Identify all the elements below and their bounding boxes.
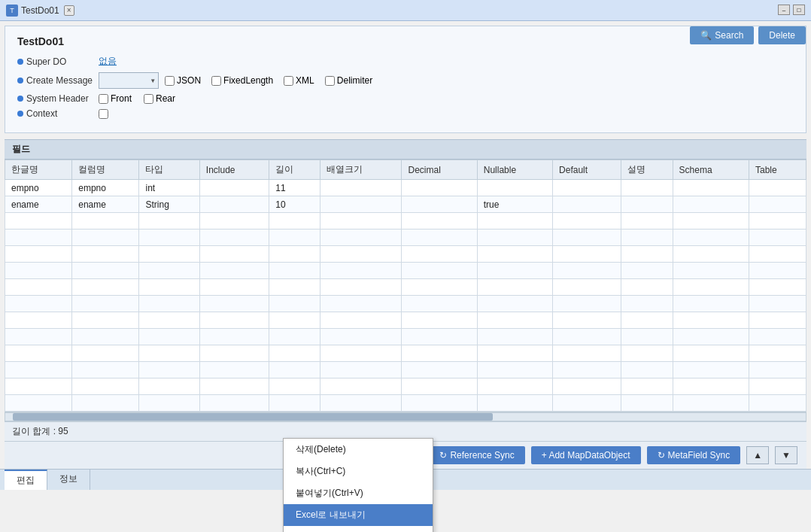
- super-do-value[interactable]: 없음: [99, 55, 117, 68]
- app-icon: T: [6, 5, 18, 17]
- delete-button[interactable]: Delete: [758, 26, 806, 44]
- table-cell[interactable]: [749, 196, 806, 213]
- create-message-label: Create Message: [17, 75, 93, 86]
- meta-sync-icon: ↻: [658, 450, 665, 461]
- down-arrow-button[interactable]: ▼: [775, 446, 797, 464]
- sync-icon: ↻: [439, 450, 447, 461]
- main-panel: TestDo01 Super DO 없음 Create Message ▼: [5, 26, 806, 133]
- tab-edit[interactable]: 편집: [5, 470, 47, 490]
- meta-field-sync-button[interactable]: ↻ MetaField Sync: [647, 446, 741, 464]
- table-cell[interactable]: 11: [269, 180, 320, 196]
- fields-section: 필드 한글명 컬럼명 타입 Include 길이 배열크기 Decimal: [5, 139, 806, 421]
- context-menu-item[interactable]: 삭제(Delete): [284, 439, 433, 461]
- create-message-row: Create Message ▼ JSON FixedLength: [17, 72, 794, 89]
- scrollbar-thumb: [13, 413, 493, 421]
- context-menu: 삭제(Delete)복사(Ctrl+C)붙여넣기(Ctrl+V)Excel로 내…: [283, 438, 433, 532]
- table-cell[interactable]: true: [477, 196, 552, 213]
- fixed-length-checkbox[interactable]: [211, 76, 221, 86]
- col-decimal: Decimal: [402, 160, 477, 180]
- table-cell[interactable]: int: [139, 180, 199, 196]
- table-row[interactable]: enameenameString10true: [5, 196, 806, 213]
- table-row-empty: [5, 395, 806, 412]
- col-default: Default: [553, 160, 621, 180]
- table-row[interactable]: empnoempnoint11: [5, 180, 806, 196]
- system-header-dot: [17, 96, 23, 102]
- front-checkbox-label[interactable]: Front: [99, 93, 132, 104]
- table-cell[interactable]: String: [139, 196, 199, 213]
- col-include: Include: [199, 160, 269, 180]
- tab-info[interactable]: 정보: [47, 470, 90, 490]
- table-cell[interactable]: [199, 180, 269, 196]
- table-row-empty: [5, 213, 806, 230]
- table-cell[interactable]: empno: [72, 180, 139, 196]
- add-map-data-object-button[interactable]: + Add MapDataObject: [531, 446, 641, 464]
- up-arrow-button[interactable]: ▲: [746, 446, 769, 464]
- table-cell[interactable]: [621, 196, 673, 213]
- col-schema: Schema: [673, 160, 749, 180]
- title-bar: T TestDo01 × – □: [0, 0, 811, 21]
- delimiter-checkbox-label[interactable]: Delimiter: [325, 75, 372, 86]
- table-row-empty: [5, 263, 806, 279]
- col-table: Table: [749, 160, 806, 180]
- fixed-length-checkbox-label[interactable]: FixedLength: [211, 75, 273, 86]
- table-row-empty: [5, 378, 806, 395]
- xml-checkbox-label[interactable]: XML: [284, 75, 314, 86]
- table-cell[interactable]: [553, 196, 621, 213]
- context-menu-item[interactable]: 복사(Ctrl+C): [284, 461, 433, 482]
- super-do-dot: [17, 59, 23, 65]
- json-checkbox[interactable]: [165, 76, 175, 86]
- context-label: Context: [17, 108, 93, 119]
- table-row-empty: [5, 230, 806, 246]
- context-dot: [17, 111, 23, 117]
- search-button[interactable]: 🔍 Search: [690, 26, 754, 44]
- fields-table: 한글명 컬럼명 타입 Include 길이 배열크기 Decimal Nulla…: [5, 160, 806, 412]
- table-cell[interactable]: ename: [72, 196, 139, 213]
- table-cell[interactable]: [621, 180, 673, 196]
- fields-table-container: 한글명 컬럼명 타입 Include 길이 배열크기 Decimal Nulla…: [5, 160, 806, 412]
- table-cell[interactable]: [673, 196, 749, 213]
- maximize-button[interactable]: □: [793, 5, 805, 15]
- context-menu-item[interactable]: 찾기(Ctrl+F): [284, 526, 433, 532]
- table-cell[interactable]: [749, 180, 806, 196]
- rear-checkbox[interactable]: [144, 94, 153, 104]
- table-cell[interactable]: [673, 180, 749, 196]
- xml-checkbox[interactable]: [284, 76, 293, 86]
- table-row-empty: [5, 246, 806, 263]
- super-do-row: Super DO 없음: [17, 55, 794, 68]
- minimize-button[interactable]: –: [778, 5, 790, 15]
- length-total: 길이 합계 : 95: [12, 426, 68, 436]
- table-row-empty: [5, 312, 806, 329]
- table-row-empty: [5, 345, 806, 362]
- close-tab-button[interactable]: ×: [64, 5, 74, 16]
- delimiter-checkbox[interactable]: [325, 76, 335, 86]
- table-cell[interactable]: [402, 196, 477, 213]
- panel-title: TestDo01: [17, 35, 794, 47]
- col-korean-name: 한글명: [5, 160, 72, 180]
- super-do-label: Super DO: [17, 56, 93, 67]
- table-cell[interactable]: 10: [269, 196, 320, 213]
- table-cell[interactable]: [320, 180, 402, 196]
- col-nullable: Nullable: [477, 160, 552, 180]
- create-message-dropdown-wrapper: ▼: [99, 72, 159, 89]
- table-cell[interactable]: [553, 180, 621, 196]
- table-cell[interactable]: [477, 180, 552, 196]
- context-menu-item[interactable]: Excel로 내보내기: [284, 504, 433, 526]
- front-checkbox[interactable]: [99, 94, 108, 104]
- create-message-dropdown[interactable]: [99, 72, 159, 89]
- table-cell[interactable]: [320, 196, 402, 213]
- table-cell[interactable]: [402, 180, 477, 196]
- json-checkbox-label[interactable]: JSON: [165, 75, 201, 86]
- reference-sync-button[interactable]: ↻ Reference Sync: [429, 446, 524, 464]
- table-row-empty: [5, 296, 806, 312]
- horizontal-scrollbar[interactable]: [5, 412, 806, 421]
- table-cell[interactable]: ename: [5, 196, 72, 213]
- rear-checkbox-label[interactable]: Rear: [144, 93, 175, 104]
- context-menu-item[interactable]: 붙여넣기(Ctrl+V): [284, 482, 433, 504]
- window-controls: – □: [778, 5, 805, 15]
- table-row-empty: [5, 329, 806, 345]
- table-row-empty: [5, 279, 806, 296]
- context-checkbox[interactable]: [99, 109, 108, 119]
- table-cell[interactable]: [199, 196, 269, 213]
- table-header-row: 한글명 컬럼명 타입 Include 길이 배열크기 Decimal Nulla…: [5, 160, 806, 180]
- table-cell[interactable]: empno: [5, 180, 72, 196]
